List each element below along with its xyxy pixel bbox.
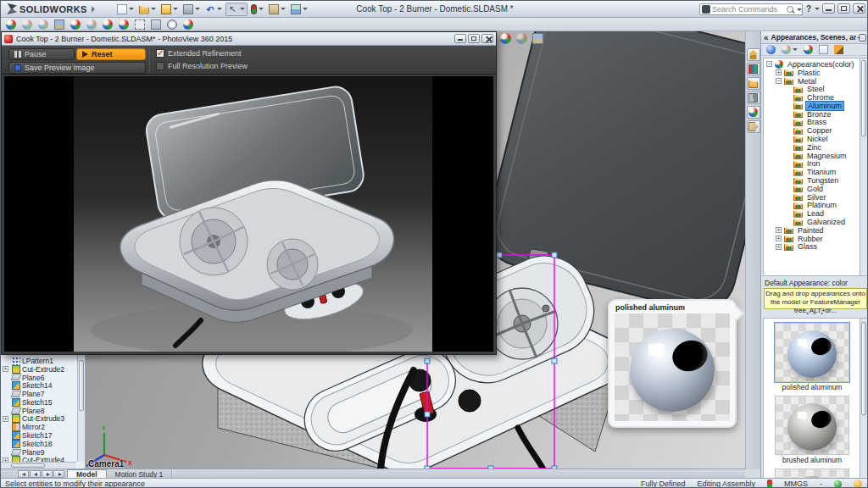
expand-icon[interactable] [785, 86, 791, 92]
extended-refinement-checkbox[interactable]: Extended Refinement [156, 48, 248, 58]
appearance-tree-node[interactable]: − Appearances(color) [764, 60, 867, 69]
expand-icon[interactable]: + [3, 366, 8, 372]
help-dropdown-icon[interactable] [815, 8, 820, 10]
appearance-tree-node[interactable]: Tungsten [764, 176, 867, 185]
expand-icon[interactable] [785, 152, 791, 158]
last-tab-button[interactable] [53, 470, 64, 478]
expand-icon[interactable]: + [3, 416, 8, 422]
feature-tree-node[interactable]: + Cut-Extrude3 [1, 415, 76, 424]
expand-icon[interactable]: + [776, 69, 782, 75]
dropdown-arrow-icon[interactable] [303, 8, 308, 10]
feature-tree-node[interactable]: Sketch17 [1, 431, 76, 440]
appearance-tree-node[interactable]: Steel [764, 85, 867, 93]
design-library-tab[interactable] [747, 63, 760, 75]
help-icon[interactable]: ? [806, 4, 811, 14]
appearance-tree-node[interactable]: Copper [764, 126, 867, 135]
edit-appearance-button[interactable] [832, 44, 845, 55]
feature-tree-node[interactable]: Plane8 [1, 407, 76, 415]
edit-decal-button[interactable] [69, 19, 82, 30]
expand-icon[interactable] [785, 128, 791, 134]
add-appearance-button[interactable] [802, 44, 815, 55]
appearance-tree-node[interactable]: + Rubber [764, 235, 867, 243]
paste-appearance-button[interactable] [36, 19, 50, 30]
final-render-button[interactable] [117, 19, 131, 30]
preview-window-title-bar[interactable]: Cook Top - 2 Burner - Dometic.SLDASM* - … [2, 32, 496, 46]
show-scenes-button[interactable] [780, 44, 799, 55]
appearance-tree-node[interactable]: Iron [764, 160, 867, 169]
preview-restore-button[interactable] [468, 34, 480, 43]
feature-tree-node[interactable]: + Cut-Extrude2 [1, 365, 76, 374]
appearance-tree-node[interactable]: − Metal [764, 77, 867, 86]
dropdown-arrow-icon[interactable] [281, 8, 286, 10]
expand-icon[interactable]: − [776, 78, 782, 84]
tag-status-icon[interactable] [834, 480, 842, 488]
feature-tree-node[interactable]: Sketch14 [1, 381, 76, 390]
preview-window-button[interactable] [101, 19, 114, 30]
preview-minimize-button[interactable] [454, 34, 466, 43]
feature-tree-node[interactable]: LPattern1 [1, 357, 76, 365]
tree-vertical-scrollbar[interactable] [860, 58, 867, 275]
search-dropdown-icon[interactable] [797, 8, 802, 11]
dropdown-arrow-icon[interactable] [217, 8, 222, 10]
feature-tree-vertical-scrollbar[interactable] [77, 355, 85, 462]
print-button[interactable] [181, 3, 202, 15]
search-scope-icon[interactable] [702, 5, 710, 14]
minimize-button[interactable] [822, 3, 835, 14]
feature-tree-node[interactable]: Sketch18 [1, 440, 76, 448]
expand-icon[interactable]: + [776, 227, 782, 233]
feature-tree-node[interactable]: Plane9 [1, 448, 76, 457]
expand-icon[interactable] [3, 408, 8, 413]
close-button[interactable] [853, 3, 865, 14]
previous-tab-button[interactable] [30, 470, 41, 478]
expand-icon[interactable] [785, 219, 791, 225]
pause-button[interactable]: Pause [8, 48, 75, 60]
edit-appearance-icon[interactable] [500, 33, 511, 44]
render-region-button[interactable] [133, 19, 147, 30]
recall-last-render-button[interactable] [181, 19, 195, 30]
custom-properties-tab[interactable] [747, 120, 760, 133]
status-units[interactable]: MMGS [784, 480, 808, 488]
save-preview-image-button[interactable]: Save Preview Image [8, 62, 146, 74]
swatch-vertical-scrollbar[interactable] [860, 319, 867, 488]
swatch-thumbnail[interactable] [775, 323, 849, 382]
next-tab-button[interactable] [42, 470, 53, 478]
appearance-tree-node[interactable]: + Painted [764, 226, 867, 235]
expand-icon[interactable] [785, 136, 791, 142]
dropdown-arrow-icon[interactable] [173, 8, 178, 10]
expand-icon[interactable] [785, 211, 791, 217]
checkbox-icon[interactable] [156, 49, 164, 58]
expand-icon[interactable] [3, 358, 8, 363]
feature-tree-node[interactable]: Mirror2 [1, 423, 76, 431]
appearance-tree-node[interactable]: Magnesium [764, 152, 867, 160]
feature-tree-node[interactable]: Plane7 [1, 390, 76, 398]
expand-icon[interactable] [785, 111, 791, 117]
expand-icon[interactable] [3, 399, 8, 405]
pin-icon[interactable] [859, 34, 866, 42]
dropdown-arrow-icon[interactable] [793, 48, 798, 51]
expand-icon[interactable] [3, 441, 8, 446]
dropdown-arrow-icon[interactable] [151, 8, 156, 10]
expand-icon[interactable] [3, 449, 8, 455]
expand-icon[interactable] [785, 161, 791, 167]
appearance-tree-node[interactable]: Nickel [764, 135, 867, 143]
appearance-tree-node[interactable]: Gold [764, 185, 867, 193]
reset-button[interactable]: Reset [76, 48, 146, 60]
dropdown-arrow-icon[interactable] [240, 8, 245, 10]
expand-icon[interactable] [785, 169, 791, 175]
file-properties-button[interactable] [267, 3, 287, 15]
appearance-tree-node[interactable]: Aluminum [764, 102, 867, 110]
expand-icon[interactable] [3, 374, 8, 380]
expand-icon[interactable] [785, 95, 791, 101]
swatch-thumbnail[interactable] [775, 396, 849, 455]
collapse-pane-icon[interactable]: « [764, 33, 769, 42]
copy-appearance-button[interactable] [20, 19, 34, 30]
search-commands-box[interactable]: Search Commands [699, 3, 803, 15]
appearance-tree-node[interactable]: Silver [764, 193, 867, 202]
appearance-tree-node[interactable]: + Glass [764, 243, 867, 252]
feature-tree-node[interactable]: Sketch15 [1, 398, 76, 407]
select-button[interactable] [225, 3, 248, 16]
appearance-tree-node[interactable]: Titanium [764, 168, 867, 176]
open-appearance-file-button[interactable] [817, 44, 830, 55]
appearance-tree-node[interactable]: Lead [764, 209, 867, 218]
expand-icon[interactable] [785, 103, 791, 108]
